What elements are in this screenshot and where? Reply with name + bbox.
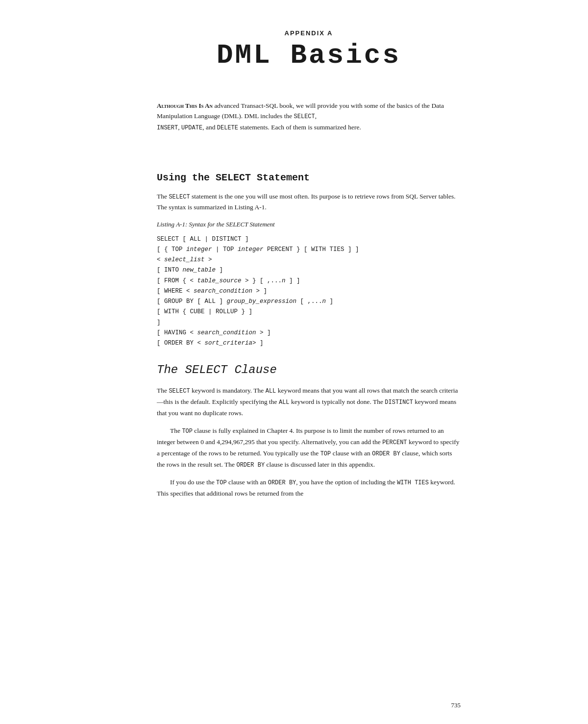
top-kw1: TOP [182, 428, 193, 435]
intro-insert: INSERT [157, 125, 178, 131]
section1-para: The SELECT statement is the one you will… [157, 191, 461, 213]
intro-small-caps: Although This Is An [157, 102, 213, 109]
code-line-6: [ WHERE < search_condition > ] [157, 288, 267, 295]
code-line-5: [ FROM { < table_source > } [ ,...n ] ] [157, 277, 300, 284]
listing-caption: Listing A-1: Syntax for the SELECT State… [157, 221, 461, 228]
select-kw-inline: SELECT [169, 194, 190, 200]
percent-kw: PERCENT [382, 439, 407, 446]
code-line-1: SELECT [ ALL | DISTINCT ] [157, 236, 249, 243]
withties-kw: WITH TIES [397, 479, 429, 486]
intro-delete: DELETE [217, 125, 238, 131]
all-kw: ALL [266, 388, 276, 395]
page: APPENDIX A DML Basics Although This Is A… [108, 0, 480, 724]
top-kw2: TOP [320, 450, 331, 457]
appendix-label: APPENDIX A [157, 29, 461, 37]
intro-select: SELECT [294, 113, 315, 120]
listing-caption-text: Listing A-1: Syntax for the SELECT State… [157, 221, 275, 228]
intro-comma3: , and [202, 124, 217, 131]
code-line-10: [ HAVING < search_condition > ] [157, 329, 271, 336]
section2-para1: The SELECT keyword is mandatory. The ALL… [157, 385, 461, 419]
top-kw3: TOP [216, 479, 227, 486]
page-number: 735 [451, 701, 461, 709]
code-line-2: [ { TOP integer | TOP integer PERCENT } … [157, 246, 359, 253]
code-line-4: [ INTO new_table ] [157, 267, 223, 274]
para2-indent: The TOP clause is fully explained in Cha… [157, 425, 461, 470]
chapter-title: DML Basics [157, 41, 461, 71]
intro-comma1: , [315, 112, 317, 120]
all-kw2: ALL [279, 399, 290, 406]
intro-update: UPDATE [181, 125, 202, 131]
section2-heading: The SELECT Clause [157, 363, 461, 376]
intro-paragraph: Although This Is An advanced Transact-SQ… [157, 100, 461, 133]
code-line-7: [ GROUP BY [ ALL ] group_by_expression [… [157, 298, 333, 305]
code-line-11: [ ORDER BY < sort_criteria> ] [157, 340, 264, 347]
section2-para2: The TOP clause is fully explained in Cha… [157, 425, 461, 470]
code-line-8: [ WITH { CUBE | ROLLUP } ] [157, 308, 252, 315]
orderby-kw2: ORDER BY [236, 462, 265, 469]
intro-comma2: , [178, 124, 179, 131]
code-line-3: < select_list > [157, 256, 212, 263]
distinct-kw: DISTINCT [385, 399, 413, 406]
section2-para3: If you do use the TOP clause with an ORD… [157, 477, 461, 499]
orderby-kw3: ORDER BY [268, 479, 296, 486]
select-kw-s2: SELECT [169, 388, 190, 395]
intro-closing: statements. Each of them is summarized h… [238, 124, 361, 131]
section1-heading: Using the SELECT Statement [157, 172, 461, 183]
orderby-kw: ORDER BY [372, 450, 400, 457]
code-block: SELECT [ ALL | DISTINCT ] [ { TOP intege… [157, 234, 461, 349]
para3-indent: If you do use the TOP clause with an ORD… [157, 477, 461, 499]
code-line-9: ] [157, 319, 161, 326]
